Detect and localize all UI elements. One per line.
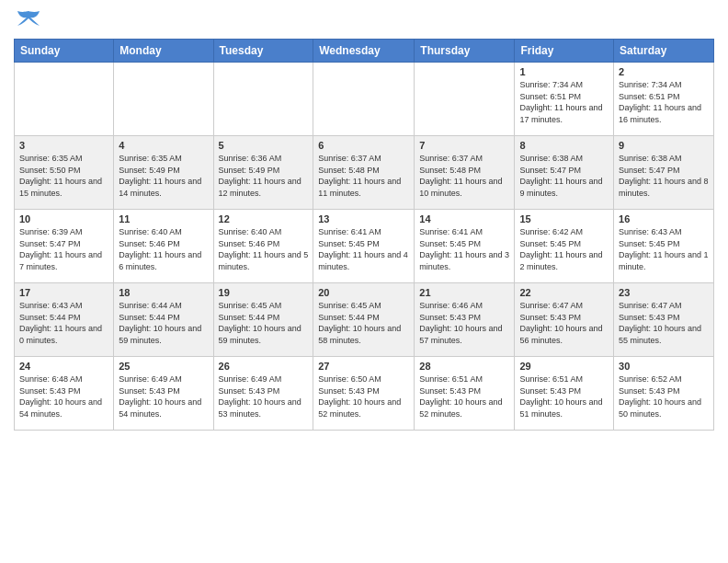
calendar-cell: 20Sunrise: 6:45 AM Sunset: 5:44 PM Dayli…: [313, 283, 415, 357]
calendar-cell: 14Sunrise: 6:41 AM Sunset: 5:45 PM Dayli…: [415, 210, 515, 283]
day-number: 30: [619, 361, 709, 372]
calendar-cell: 5Sunrise: 6:36 AM Sunset: 5:49 PM Daylig…: [213, 136, 313, 210]
calendar-week-1: 3Sunrise: 6:35 AM Sunset: 5:50 PM Daylig…: [15, 136, 714, 210]
calendar-cell: [15, 63, 114, 136]
calendar-cell: [213, 63, 313, 136]
calendar-weekday-sunday: Sunday: [15, 40, 114, 63]
day-info: Sunrise: 6:41 AM Sunset: 5:45 PM Dayligh…: [419, 226, 509, 272]
calendar-cell: 24Sunrise: 6:48 AM Sunset: 5:43 PM Dayli…: [15, 357, 114, 431]
day-number: 10: [19, 213, 108, 224]
day-info: Sunrise: 7:34 AM Sunset: 6:51 PM Dayligh…: [519, 79, 609, 125]
calendar-cell: 22Sunrise: 6:47 AM Sunset: 5:43 PM Dayli…: [515, 283, 614, 357]
day-number: 14: [419, 213, 509, 224]
calendar-weekday-tuesday: Tuesday: [213, 40, 313, 63]
day-info: Sunrise: 6:41 AM Sunset: 5:45 PM Dayligh…: [318, 226, 409, 272]
logo-text-block: [14, 9, 43, 29]
day-info: Sunrise: 6:43 AM Sunset: 5:44 PM Dayligh…: [19, 300, 108, 346]
day-number: 21: [419, 287, 509, 298]
day-number: 2: [619, 66, 709, 77]
day-info: Sunrise: 6:46 AM Sunset: 5:43 PM Dayligh…: [419, 300, 509, 346]
calendar-cell: 21Sunrise: 6:46 AM Sunset: 5:43 PM Dayli…: [415, 283, 515, 357]
day-info: Sunrise: 6:39 AM Sunset: 5:47 PM Dayligh…: [19, 226, 108, 272]
day-info: Sunrise: 6:36 AM Sunset: 5:49 PM Dayligh…: [219, 153, 309, 199]
page-container: SundayMondayTuesdayWednesdayThursdayFrid…: [0, 0, 728, 440]
calendar-cell: 6Sunrise: 6:37 AM Sunset: 5:48 PM Daylig…: [313, 136, 415, 210]
logo-bird-icon: [16, 9, 41, 29]
day-number: 28: [419, 361, 509, 372]
calendar-cell: 13Sunrise: 6:41 AM Sunset: 5:45 PM Dayli…: [313, 210, 415, 283]
day-info: Sunrise: 6:43 AM Sunset: 5:45 PM Dayligh…: [619, 226, 709, 272]
day-info: Sunrise: 6:37 AM Sunset: 5:48 PM Dayligh…: [419, 153, 509, 199]
calendar-weekday-wednesday: Wednesday: [313, 40, 415, 63]
calendar-cell: [114, 63, 213, 136]
day-info: Sunrise: 6:45 AM Sunset: 5:44 PM Dayligh…: [219, 300, 309, 346]
calendar-cell: 1Sunrise: 7:34 AM Sunset: 6:51 PM Daylig…: [515, 63, 614, 136]
calendar-table: SundayMondayTuesdayWednesdayThursdayFrid…: [14, 39, 714, 431]
calendar-cell: 29Sunrise: 6:51 AM Sunset: 5:43 PM Dayli…: [515, 357, 614, 431]
calendar-cell: 15Sunrise: 6:42 AM Sunset: 5:45 PM Dayli…: [515, 210, 614, 283]
calendar-week-3: 17Sunrise: 6:43 AM Sunset: 5:44 PM Dayli…: [15, 283, 714, 357]
calendar-cell: 8Sunrise: 6:38 AM Sunset: 5:47 PM Daylig…: [515, 136, 614, 210]
day-number: 9: [619, 140, 709, 151]
day-info: Sunrise: 6:38 AM Sunset: 5:47 PM Dayligh…: [519, 153, 609, 199]
day-number: 25: [119, 361, 208, 372]
calendar-cell: 28Sunrise: 6:51 AM Sunset: 5:43 PM Dayli…: [415, 357, 515, 431]
day-info: Sunrise: 7:34 AM Sunset: 6:51 PM Dayligh…: [619, 79, 709, 125]
calendar-cell: [313, 63, 415, 136]
calendar-cell: 16Sunrise: 6:43 AM Sunset: 5:45 PM Dayli…: [614, 210, 714, 283]
day-number: 7: [419, 140, 509, 151]
day-number: 8: [519, 140, 609, 151]
calendar-cell: 2Sunrise: 7:34 AM Sunset: 6:51 PM Daylig…: [614, 63, 714, 136]
calendar-cell: [415, 63, 515, 136]
day-number: 20: [318, 287, 409, 298]
calendar-weekday-saturday: Saturday: [614, 40, 714, 63]
day-info: Sunrise: 6:44 AM Sunset: 5:44 PM Dayligh…: [119, 300, 208, 346]
day-info: Sunrise: 6:49 AM Sunset: 5:43 PM Dayligh…: [119, 373, 208, 419]
day-info: Sunrise: 6:52 AM Sunset: 5:43 PM Dayligh…: [619, 373, 709, 419]
calendar-cell: 25Sunrise: 6:49 AM Sunset: 5:43 PM Dayli…: [114, 357, 213, 431]
calendar-weekday-monday: Monday: [114, 40, 213, 63]
calendar-cell: 23Sunrise: 6:47 AM Sunset: 5:43 PM Dayli…: [614, 283, 714, 357]
day-info: Sunrise: 6:35 AM Sunset: 5:49 PM Dayligh…: [119, 153, 208, 199]
calendar-cell: 27Sunrise: 6:50 AM Sunset: 5:43 PM Dayli…: [313, 357, 415, 431]
calendar-cell: 9Sunrise: 6:38 AM Sunset: 5:47 PM Daylig…: [614, 136, 714, 210]
day-number: 15: [519, 213, 609, 224]
day-info: Sunrise: 6:37 AM Sunset: 5:48 PM Dayligh…: [318, 153, 409, 199]
calendar-cell: 4Sunrise: 6:35 AM Sunset: 5:49 PM Daylig…: [114, 136, 213, 210]
calendar-header-row: SundayMondayTuesdayWednesdayThursdayFrid…: [15, 40, 714, 63]
day-info: Sunrise: 6:49 AM Sunset: 5:43 PM Dayligh…: [219, 373, 309, 419]
day-number: 18: [119, 287, 208, 298]
calendar-week-0: 1Sunrise: 7:34 AM Sunset: 6:51 PM Daylig…: [15, 63, 714, 136]
calendar-weekday-friday: Friday: [515, 40, 614, 63]
day-number: 29: [519, 361, 609, 372]
day-info: Sunrise: 6:40 AM Sunset: 5:46 PM Dayligh…: [219, 226, 309, 272]
day-number: 4: [119, 140, 208, 151]
calendar-cell: 12Sunrise: 6:40 AM Sunset: 5:46 PM Dayli…: [213, 210, 313, 283]
calendar-week-2: 10Sunrise: 6:39 AM Sunset: 5:47 PM Dayli…: [15, 210, 714, 283]
calendar-cell: 11Sunrise: 6:40 AM Sunset: 5:46 PM Dayli…: [114, 210, 213, 283]
day-info: Sunrise: 6:51 AM Sunset: 5:43 PM Dayligh…: [519, 373, 609, 419]
header: [14, 9, 714, 29]
day-number: 26: [219, 361, 309, 372]
day-info: Sunrise: 6:48 AM Sunset: 5:43 PM Dayligh…: [19, 373, 108, 419]
day-number: 6: [318, 140, 409, 151]
day-info: Sunrise: 6:47 AM Sunset: 5:43 PM Dayligh…: [519, 300, 609, 346]
day-number: 17: [19, 287, 108, 298]
day-info: Sunrise: 6:40 AM Sunset: 5:46 PM Dayligh…: [119, 226, 208, 272]
day-info: Sunrise: 6:35 AM Sunset: 5:50 PM Dayligh…: [19, 153, 108, 199]
logo: [14, 9, 43, 29]
day-number: 12: [219, 213, 309, 224]
calendar-cell: 26Sunrise: 6:49 AM Sunset: 5:43 PM Dayli…: [213, 357, 313, 431]
day-info: Sunrise: 6:38 AM Sunset: 5:47 PM Dayligh…: [619, 153, 709, 199]
day-number: 3: [19, 140, 108, 151]
day-info: Sunrise: 6:50 AM Sunset: 5:43 PM Dayligh…: [318, 373, 409, 419]
calendar-cell: 30Sunrise: 6:52 AM Sunset: 5:43 PM Dayli…: [614, 357, 714, 431]
calendar-cell: 3Sunrise: 6:35 AM Sunset: 5:50 PM Daylig…: [15, 136, 114, 210]
day-info: Sunrise: 6:51 AM Sunset: 5:43 PM Dayligh…: [419, 373, 509, 419]
day-info: Sunrise: 6:47 AM Sunset: 5:43 PM Dayligh…: [619, 300, 709, 346]
day-number: 27: [318, 361, 409, 372]
day-info: Sunrise: 6:42 AM Sunset: 5:45 PM Dayligh…: [519, 226, 609, 272]
calendar-week-4: 24Sunrise: 6:48 AM Sunset: 5:43 PM Dayli…: [15, 357, 714, 431]
day-info: Sunrise: 6:45 AM Sunset: 5:44 PM Dayligh…: [318, 300, 409, 346]
calendar-cell: 18Sunrise: 6:44 AM Sunset: 5:44 PM Dayli…: [114, 283, 213, 357]
